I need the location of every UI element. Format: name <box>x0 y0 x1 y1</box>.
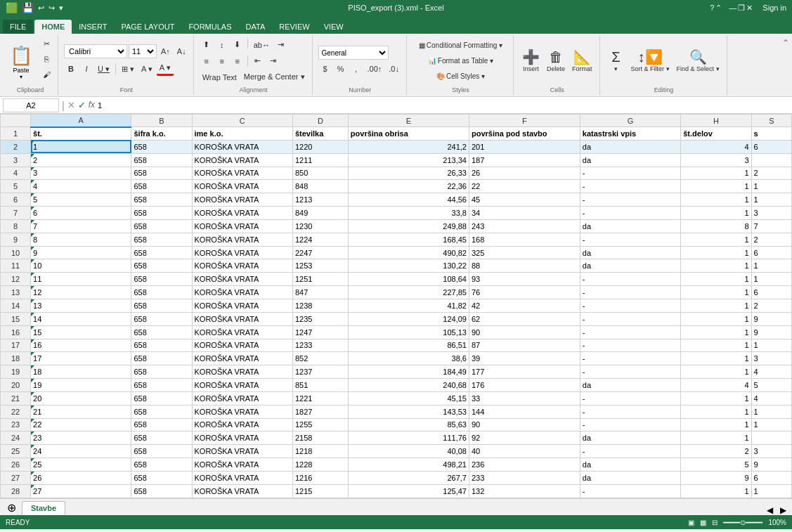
decrease-decimal-button[interactable]: .0↓ <box>386 62 402 76</box>
copy-button[interactable]: ⎘ <box>39 52 53 66</box>
cell-F10[interactable]: 325 <box>469 246 580 259</box>
cell-B25[interactable]: 658 <box>131 445 192 458</box>
cell-A11[interactable]: 10 <box>31 259 131 273</box>
cell-H24[interactable]: 1 <box>681 432 751 445</box>
cell-B5[interactable]: 658 <box>131 180 192 193</box>
cell-H2[interactable]: 4 <box>681 140 751 153</box>
cell-S19[interactable]: 4 <box>751 365 791 379</box>
cell-E27[interactable]: 267,7 <box>348 471 469 484</box>
cell-S27[interactable]: 6 <box>751 471 791 484</box>
cell-D13[interactable]: 847 <box>292 286 348 299</box>
cell-C18[interactable]: KOROŠKA VRATA <box>192 352 292 365</box>
cell-E24[interactable]: 111,76 <box>348 432 469 445</box>
cell-C27[interactable]: KOROŠKA VRATA <box>192 471 292 484</box>
cell-H15[interactable]: 1 <box>681 312 751 325</box>
format-painter-button[interactable]: 🖌 <box>39 67 53 82</box>
cell-A6[interactable]: 5 <box>31 193 131 207</box>
cell-E15[interactable]: 124,09 <box>348 312 469 325</box>
cell-H9[interactable]: 1 <box>681 233 751 246</box>
cell-G3[interactable]: da <box>580 153 680 167</box>
increase-decimal-button[interactable]: .00↑ <box>365 62 385 76</box>
col-header-S[interactable]: S <box>751 115 791 127</box>
cell-C6[interactable]: KOROŠKA VRATA <box>192 193 292 207</box>
cell-B27[interactable]: 658 <box>131 471 192 484</box>
row-num-4[interactable]: 4 <box>1 167 31 180</box>
cell-E20[interactable]: 240,68 <box>348 379 469 392</box>
cell-C25[interactable]: KOROŠKA VRATA <box>192 445 292 458</box>
row-num-8[interactable]: 8 <box>1 219 31 233</box>
row-num-28[interactable]: 28 <box>1 484 31 498</box>
cell-E25[interactable]: 40,08 <box>348 445 469 458</box>
cell-G15[interactable]: - <box>580 312 680 325</box>
align-right-button[interactable]: ≡ <box>231 54 245 68</box>
cell-F17[interactable]: 87 <box>469 339 580 352</box>
cell-E8[interactable]: 249,88 <box>348 219 469 233</box>
cell-S10[interactable]: 6 <box>751 246 791 259</box>
insert-button[interactable]: ➕ Insert <box>519 44 543 78</box>
cell-H10[interactable]: 1 <box>681 246 751 259</box>
scroll-right-tab[interactable]: ▶ <box>777 505 789 515</box>
cell-F22[interactable]: 144 <box>469 405 580 418</box>
conditional-formatting-button[interactable]: ▦Conditional Formatting ▾ <box>416 39 505 53</box>
cell-A19[interactable]: 18 <box>31 365 131 379</box>
quick-access-more[interactable]: ▾ <box>59 4 63 13</box>
scroll-area[interactable]: A B C D E F G H S 1 št. šifra k.o. ime <box>0 114 792 498</box>
cell-E11[interactable]: 130,22 <box>348 259 469 273</box>
cell-A25[interactable]: 24 <box>31 445 131 458</box>
underline-button[interactable]: U ▾ <box>95 62 112 76</box>
cell-B28[interactable]: 658 <box>131 484 192 498</box>
cell-B24[interactable]: 658 <box>131 432 192 445</box>
cell-F2[interactable]: 201 <box>469 140 580 153</box>
cell-A17[interactable]: 16 <box>31 339 131 352</box>
cell-A5[interactable]: 4 <box>31 180 131 193</box>
cell-A13[interactable]: 12 <box>31 286 131 299</box>
cell-D3[interactable]: 1211 <box>292 153 348 167</box>
cell-C26[interactable]: KOROŠKA VRATA <box>192 458 292 472</box>
cell-A8[interactable]: 7 <box>31 219 131 233</box>
cell-A18[interactable]: 17 <box>31 352 131 365</box>
row-num-24[interactable]: 24 <box>1 432 31 445</box>
zoom-slider[interactable]: ━━━━⊙━━━━ <box>723 519 762 526</box>
quick-access-undo[interactable]: ↩ <box>38 4 44 13</box>
cell-E9[interactable]: 168,45 <box>348 233 469 246</box>
cell-G19[interactable]: - <box>580 365 680 379</box>
paste-button[interactable]: 📋 Paste ▾ <box>7 44 35 82</box>
cell-F18[interactable]: 39 <box>469 352 580 365</box>
cell-E22[interactable]: 143,53 <box>348 405 469 418</box>
row-num-2[interactable]: 2 <box>1 140 31 153</box>
cell-G20[interactable]: da <box>580 379 680 392</box>
cell-E26[interactable]: 498,21 <box>348 458 469 472</box>
cell-A1[interactable]: št. <box>31 127 131 141</box>
indent-increase-button[interactable]: ⇥ <box>274 38 288 52</box>
cell-A3[interactable]: 2 <box>31 153 131 167</box>
cell-F7[interactable]: 34 <box>469 207 580 220</box>
number-format-select[interactable]: General <box>318 46 389 60</box>
cell-C22[interactable]: KOROŠKA VRATA <box>192 405 292 418</box>
cell-G8[interactable]: da <box>580 219 680 233</box>
cell-H28[interactable]: 1 <box>681 484 751 498</box>
cell-S23[interactable]: 1 <box>751 418 791 432</box>
cell-H12[interactable]: 1 <box>681 273 751 286</box>
cell-F16[interactable]: 90 <box>469 325 580 339</box>
cell-H22[interactable]: 1 <box>681 405 751 418</box>
cell-H26[interactable]: 5 <box>681 458 751 472</box>
cell-D2[interactable]: 1220 <box>292 140 348 153</box>
cell-D19[interactable]: 1237 <box>292 365 348 379</box>
cell-S24[interactable] <box>751 432 791 445</box>
cell-B12[interactable]: 658 <box>131 273 192 286</box>
fill-color-button[interactable]: A ▾ <box>138 62 155 76</box>
row-num-5[interactable]: 5 <box>1 180 31 193</box>
cell-A7[interactable]: 6 <box>31 207 131 220</box>
row-num-14[interactable]: 14 <box>1 299 31 312</box>
cell-S16[interactable]: 9 <box>751 325 791 339</box>
cell-G23[interactable]: - <box>580 418 680 432</box>
cell-G28[interactable]: - <box>580 484 680 498</box>
cell-H27[interactable]: 9 <box>681 471 751 484</box>
cell-A20[interactable]: 19 <box>31 379 131 392</box>
cell-H8[interactable]: 8 <box>681 219 751 233</box>
row-num-27[interactable]: 27 <box>1 471 31 484</box>
cell-B4[interactable]: 658 <box>131 167 192 180</box>
cell-D6[interactable]: 1213 <box>292 193 348 207</box>
cell-G4[interactable]: - <box>580 167 680 180</box>
row-num-18[interactable]: 18 <box>1 352 31 365</box>
